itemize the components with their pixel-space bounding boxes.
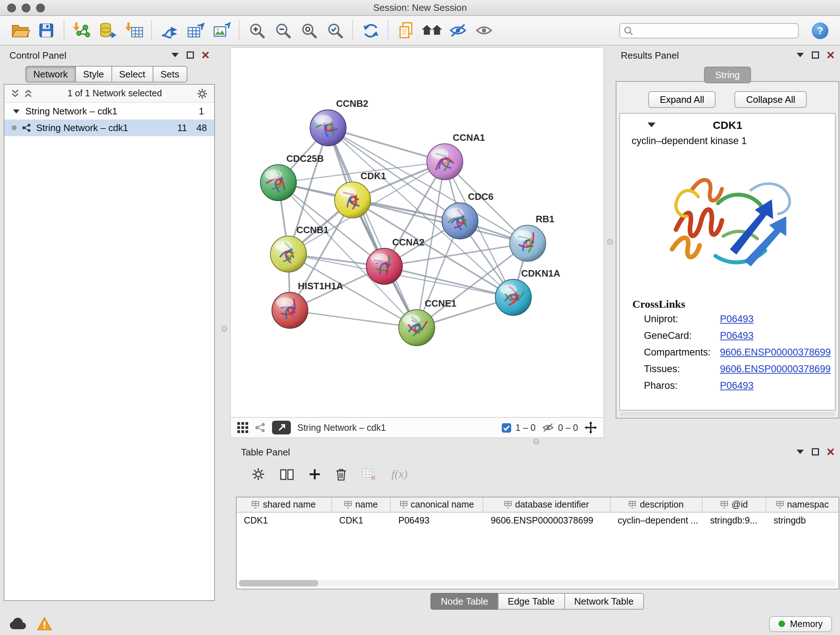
tab-select[interactable]: Select <box>111 66 153 82</box>
trash-icon <box>336 468 347 480</box>
annotation-button[interactable] <box>393 18 419 43</box>
node-section-header[interactable]: CDK1 <box>620 114 835 135</box>
splitter-handle-right[interactable] <box>607 239 613 245</box>
collapse-all-networks-button[interactable] <box>11 89 19 98</box>
minimize-window-button[interactable] <box>22 4 30 12</box>
help-button[interactable]: ? <box>812 22 829 39</box>
import-network-database-button[interactable] <box>95 18 121 43</box>
table-panel-float-button[interactable] <box>797 450 804 454</box>
search-input[interactable] <box>619 23 799 38</box>
network-node[interactable]: HIST1H1A <box>272 281 343 328</box>
delete-table-button-disabled[interactable] <box>362 468 376 480</box>
column-header[interactable]: database identifier <box>483 497 610 512</box>
close-window-button[interactable] <box>7 4 16 12</box>
show-columns-button[interactable] <box>280 468 294 480</box>
crosslink-compartments-link[interactable]: 9606.ENSP00000378699 <box>720 347 831 358</box>
zoom-in-icon <box>248 21 266 40</box>
network-row[interactable]: String Network – cdk1 11 48 <box>4 119 214 136</box>
network-node[interactable]: CDK1 <box>335 171 386 218</box>
tab-style[interactable]: Style <box>75 66 112 82</box>
crosslink-pharos-link[interactable]: P06493 <box>720 380 753 391</box>
tab-string[interactable]: String <box>704 67 752 83</box>
column-header[interactable]: description <box>611 497 703 512</box>
birdseye-grid-button[interactable] <box>237 422 248 433</box>
scrollbar-thumb[interactable] <box>239 580 318 586</box>
export-image-button[interactable] <box>208 18 234 43</box>
splitter-handle-left[interactable] <box>221 326 227 332</box>
control-panel-close-button[interactable] <box>202 51 209 59</box>
crosslink-genecard-link[interactable]: P06493 <box>720 330 753 341</box>
network-node[interactable]: CDKN1A <box>495 268 561 316</box>
network-options-button[interactable] <box>197 88 208 99</box>
results-panel-close-button[interactable] <box>827 51 834 59</box>
results-panel-float-button[interactable] <box>797 53 804 57</box>
cloud-services-button[interactable] <box>8 618 27 630</box>
share-nodes-icon <box>255 422 265 433</box>
first-neighbors-button[interactable] <box>419 18 445 43</box>
detach-view-button[interactable] <box>272 421 291 434</box>
table-horizontal-scrollbar[interactable] <box>239 580 836 586</box>
create-column-button[interactable] <box>309 469 321 480</box>
zoom-out-button[interactable] <box>270 18 296 43</box>
crosslink-uniprot-link[interactable]: P06493 <box>720 314 753 325</box>
new-network-from-selection-button[interactable] <box>156 18 182 43</box>
delete-column-button[interactable] <box>336 468 347 480</box>
node-label: CCNA2 <box>392 237 424 247</box>
node-label: HIST1H1A <box>298 281 343 291</box>
apply-layout-button[interactable] <box>357 18 384 43</box>
column-header[interactable]: shared name <box>237 497 332 512</box>
table-options-button[interactable] <box>252 468 265 481</box>
export-table-button[interactable] <box>182 18 208 43</box>
expand-all-networks-button[interactable] <box>24 89 33 98</box>
table-row[interactable]: CDK1 CDK1 P06493 9606.ENSP00000378699 cy… <box>237 513 838 528</box>
tab-node-table[interactable]: Node Table <box>431 593 498 610</box>
maximize-window-button[interactable] <box>36 4 45 12</box>
zoom-selected-button[interactable] <box>322 18 348 43</box>
control-panel-float-button[interactable] <box>172 53 179 57</box>
houses-icon <box>421 22 443 39</box>
zoom-in-button[interactable] <box>244 18 270 43</box>
hidden-counts: 0 – 0 <box>558 423 578 432</box>
tab-network-table[interactable]: Network Table <box>564 593 644 610</box>
save-session-button[interactable] <box>33 18 59 43</box>
toolbar-separator <box>239 20 240 41</box>
control-panel-maximize-button[interactable] <box>187 51 194 59</box>
column-header[interactable]: name <box>332 497 391 512</box>
network-canvas-container: CCNB2CCNA1CDC25BCDK1CDC6RB1CCNB1CCNA2CDK… <box>230 47 604 418</box>
memory-button[interactable]: Memory <box>769 616 832 632</box>
network-node[interactable]: CCNB1 <box>271 225 329 272</box>
expand-all-button[interactable]: Expand All <box>648 91 716 108</box>
open-folder-icon <box>10 22 30 39</box>
import-table-button[interactable] <box>121 18 147 43</box>
hide-selected-button[interactable] <box>445 18 471 43</box>
table-panel-maximize-button[interactable] <box>812 448 819 455</box>
tab-sets[interactable]: Sets <box>152 66 187 82</box>
show-all-button[interactable] <box>471 18 497 43</box>
open-session-button[interactable] <box>7 18 33 43</box>
network-canvas[interactable]: CCNB2CCNA1CDC25BCDK1CDC6RB1CCNB1CCNA2CDK… <box>231 48 603 417</box>
column-header[interactable]: namespac <box>766 497 838 512</box>
network-node[interactable]: RB1 <box>510 214 554 261</box>
function-builder-button[interactable]: f(x) <box>392 468 407 481</box>
warnings-button[interactable] <box>37 617 52 631</box>
network-node[interactable]: CDC25B <box>261 154 324 201</box>
network-type-button[interactable] <box>255 422 265 433</box>
import-network-file-button[interactable] <box>69 18 95 43</box>
pan-mode-button[interactable] <box>584 421 597 434</box>
results-panel-maximize-button[interactable] <box>812 51 819 59</box>
column-header[interactable]: @id <box>703 497 767 512</box>
results-horizontal-scrollbar[interactable] <box>619 412 836 416</box>
table-panel-close-button[interactable] <box>827 448 834 455</box>
splitter-handle-bottom[interactable] <box>533 439 539 445</box>
search-icon <box>624 26 633 35</box>
fx-label: f(x) <box>392 468 407 481</box>
network-node[interactable]: CCNA1 <box>427 133 485 180</box>
column-header[interactable]: canonical name <box>391 497 483 512</box>
tab-network[interactable]: Network <box>25 66 76 82</box>
network-collection-row[interactable]: String Network – cdk1 1 <box>4 103 214 119</box>
collapse-all-button[interactable]: Collapse All <box>735 91 807 108</box>
tab-edge-table[interactable]: Edge Table <box>498 593 565 610</box>
crosslink-tissues-link[interactable]: 9606.ENSP00000378699 <box>720 363 831 374</box>
network-node[interactable]: CCNB2 <box>310 98 368 146</box>
zoom-fit-button[interactable] <box>296 18 322 43</box>
